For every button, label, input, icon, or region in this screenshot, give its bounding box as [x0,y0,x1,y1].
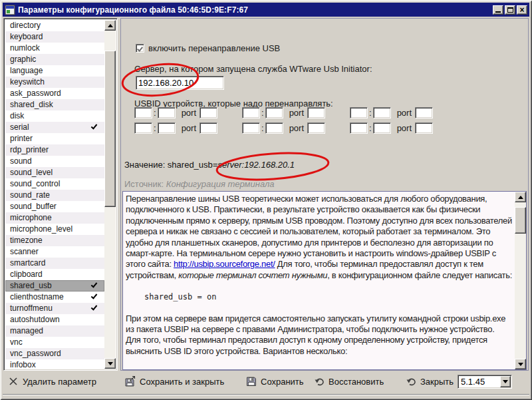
sidebar-item-label: keyswitch [10,77,45,87]
arrow-up-icon [518,196,523,199]
sidebar-item-keyswitch[interactable]: keyswitch [5,77,104,88]
usbid-port-input[interactable] [415,107,433,118]
arrow-down-icon [518,363,523,366]
usbid-vendor-input[interactable] [134,122,152,134]
sidebar-item-disk[interactable]: disk [5,110,104,122]
description-italic: которые терминал сочтет нужными [178,270,327,280]
save-close-button[interactable]: Сохранить и закрыть [125,376,224,387]
scroll-down-button[interactable] [104,358,116,369]
sidebar-item-microphone_level[interactable]: microphone_level [5,224,104,235]
usbid-port-input[interactable] [307,107,325,118]
port-label: port [289,123,304,133]
usbid-port-input[interactable] [307,122,325,134]
maximize-button[interactable] [505,5,515,15]
usbid-colon: : [154,123,156,133]
usbid-product-input[interactable] [265,107,283,118]
sidebar-item-scanner[interactable]: scanner [5,246,104,258]
arrow-down-icon [108,362,113,365]
sidebar-item-turnoffmenu[interactable]: turnoffmenu [5,303,104,314]
sidebar-item-sound_level[interactable]: sound_level [5,167,104,178]
source-prefix: Источник: [124,179,166,189]
sidebar-item-label: clipboard [10,270,43,279]
usbid-product-input[interactable] [373,107,391,118]
version-value: 5.1.45 [461,377,485,387]
usbid-vendor-input[interactable] [242,107,260,118]
dialog-window: Параметры конфигурационного файла 50:46:… [0,0,532,400]
usbid-group-2: :port [242,107,325,118]
sidebar-item-sound_buffer[interactable]: sound_buffer [5,201,104,212]
usbid-vendor-input[interactable] [350,122,368,134]
usbid-product-input[interactable] [265,122,283,134]
sidebar-item-graphic[interactable]: graphic [5,54,104,65]
sidebar-item-sound[interactable]: sound [5,156,104,167]
sidebar-item-label: autoshutdown [10,315,60,324]
sidebar-item-smartcard[interactable]: smartcard [5,258,104,269]
sidebar-item-microphone[interactable]: microphone [5,212,104,224]
sidebar-item-rdp_printer[interactable]: rdp_printer [5,144,104,156]
sidebar-item-timezone[interactable]: timezone [5,235,104,246]
sidebar-item-keyboard[interactable]: keyboard [5,31,104,43]
usbid-colon: : [261,108,264,118]
save-close-label: Сохранить и закрыть [140,377,224,387]
version-select[interactable]: 5.1.45 [458,375,512,389]
sidebar-item-managed[interactable]: managed [5,325,104,337]
sidebar-item-printer[interactable]: printer [5,133,104,144]
sidebar-item-sound_rate[interactable]: sound_rate [5,190,104,201]
list-scrollbar-thumb[interactable] [104,51,116,207]
usbid-group-3: :port [350,107,432,118]
description-scroll-down-button[interactable] [515,359,526,369]
main-panel: включить перенаправление USB Сервер, на … [120,18,529,371]
sidebar-item-directory[interactable]: directory [5,20,104,31]
sidebar-item-language[interactable]: language [5,65,104,77]
version-dropdown-button[interactable] [500,376,511,387]
list-scrollbar[interactable] [104,20,116,369]
description-scrollbar[interactable] [515,192,526,369]
usbid-port-input[interactable] [415,122,433,134]
sidebar-item-ask_password[interactable]: ask_password [5,88,104,99]
sidebar-item-shared_disk[interactable]: shared_disk [5,99,104,110]
sidebar-item-numlock[interactable]: numlock [5,43,104,54]
usbid-port-input[interactable] [200,122,217,134]
close-dialog-label: Закрыть [420,377,454,387]
server-input[interactable] [136,76,224,90]
usbid-vendor-input[interactable] [134,107,152,118]
sidebar-item-autoshutdown[interactable]: autoshutdown [5,314,104,325]
value-line: Значение: shared_usb=server:192.168.20.1 [124,160,295,170]
save-icon [246,376,257,387]
sidebar-item-shared_usb[interactable]: shared_usb [5,280,104,292]
delete-parameter-button[interactable]: Удалить параметр [8,376,96,387]
usbid-vendor-input[interactable] [242,122,260,134]
description-scrollbar-thumb[interactable] [515,207,526,234]
close-dialog-button[interactable]: Закрыть [406,376,454,387]
chevron-down-icon [503,380,508,383]
sidebar-item-vnc[interactable]: vnc [5,337,104,348]
minimize-button[interactable] [493,5,503,15]
description-scroll-up-button[interactable] [515,192,526,202]
sidebar-item-label: scanner [10,247,39,256]
sidebar-item-vnc_password[interactable]: vnc_password [5,348,104,359]
usbid-port-input[interactable] [200,107,217,118]
sidebar-item-clipboard[interactable]: clipboard [5,269,104,280]
close-button[interactable]: × [517,5,527,15]
sidebar-item-infobox[interactable]: infobox [5,359,104,369]
scroll-up-button[interactable] [104,20,116,31]
port-label: port [182,123,196,133]
checkmark-icon [91,303,98,310]
sidebar-item-label: disk [10,111,24,120]
sidebar-item-label: shared_disk [10,100,53,109]
save-label: Сохранить [261,377,304,387]
save-button[interactable]: Сохранить [246,376,304,387]
sidebar-item-sound_control[interactable]: sound_control [5,178,104,190]
usbip-link[interactable]: http://usbip.sourceforge.net/ [174,259,275,269]
sidebar-item-clienthostname[interactable]: clienthostname [5,292,104,303]
usbid-product-input[interactable] [373,122,391,134]
usbid-product-input[interactable] [158,122,176,134]
usbid-product-input[interactable] [158,107,176,118]
arrow-up-icon [108,24,113,27]
restore-button[interactable]: Восстановить [314,376,384,387]
sidebar-item-label: sound [10,156,32,166]
enable-usb-checkbox[interactable] [136,44,144,53]
undo-icon [406,376,416,387]
sidebar-item-serial[interactable]: serial [5,122,104,133]
usbid-vendor-input[interactable] [350,107,368,118]
